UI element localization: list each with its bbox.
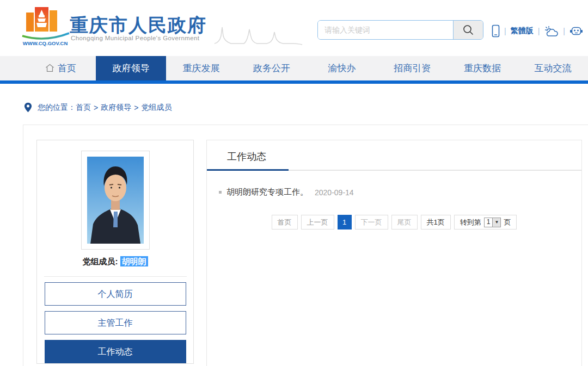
nav-item-chongqing-development[interactable]: 重庆发展 bbox=[166, 56, 236, 80]
chevron-down-icon[interactable]: ▼ bbox=[492, 218, 500, 227]
header-tools: | 繁體版 | | bbox=[492, 24, 583, 38]
page: 您好，请 登录│注册 WWW.CQ.GOV.CN 重庆市人民政府 C bbox=[0, 0, 588, 366]
breadcrumb-party-members[interactable]: 党组成员 bbox=[141, 103, 171, 113]
leader-portrait bbox=[87, 157, 144, 244]
sidebar-item-responsibilities[interactable]: 主管工作 bbox=[45, 311, 186, 334]
sidebar-divider bbox=[44, 276, 187, 277]
site-subtitle: Chongqing Municipal People's Government bbox=[71, 35, 199, 41]
site-logo-icon[interactable]: WWW.CQ.GOV.CN bbox=[18, 5, 74, 50]
skyline-decoration-icon bbox=[213, 21, 303, 47]
site-url: WWW.CQ.GOV.CN bbox=[23, 40, 68, 46]
search-bar bbox=[317, 20, 483, 40]
pagination-prev-button[interactable]: 上一页 bbox=[301, 215, 334, 229]
pagination-goto-group: 转到第 1 ▼ 页 bbox=[454, 215, 517, 229]
search-input[interactable] bbox=[318, 21, 453, 39]
pagination-last-button[interactable]: 尾页 bbox=[391, 215, 418, 229]
breadcrumb-separator: > bbox=[134, 103, 138, 112]
tools-divider: | bbox=[563, 27, 565, 35]
robot-assistant-icon[interactable] bbox=[569, 25, 583, 37]
goto-suffix-label: 页 bbox=[504, 215, 511, 229]
search-icon bbox=[462, 24, 474, 36]
leader-name-line: 党组成员: 胡明朗 bbox=[37, 257, 193, 267]
leader-name: 胡明朗 bbox=[120, 256, 148, 266]
location-pin-icon bbox=[24, 102, 32, 113]
breadcrumb: 您的位置： 首页 > 政府领导 > 党组成员 bbox=[24, 102, 171, 113]
pagination-first-button[interactable]: 首页 bbox=[272, 215, 298, 229]
nav-item-gov-affairs-disclosure[interactable]: 政务公开 bbox=[236, 56, 307, 80]
breadcrumb-home[interactable]: 首页 bbox=[76, 103, 91, 113]
sidebar-item-work-updates[interactable]: 工作动态 bbox=[45, 340, 186, 363]
panel-header: 工作动态 bbox=[207, 140, 581, 171]
nav-item-government-leaders[interactable]: 政府领导 bbox=[96, 56, 166, 80]
nav-item-home[interactable]: 首页 bbox=[26, 56, 96, 80]
search-button[interactable] bbox=[453, 21, 483, 39]
pagination: 首页 上一页 1 下一页 尾页 共1页 转到第 1 ▼ 页 bbox=[207, 215, 581, 229]
nav-item-chongqing-data[interactable]: 重庆数据 bbox=[448, 56, 518, 80]
article-date: 2020-09-14 bbox=[315, 188, 354, 197]
goto-page-value: 1 bbox=[485, 215, 493, 229]
panel-title: 工作动态 bbox=[227, 150, 266, 163]
panel-header-accent bbox=[207, 169, 289, 171]
bullet-icon bbox=[219, 191, 222, 194]
pagination-next-button[interactable]: 下一页 bbox=[355, 215, 388, 229]
work-updates-panel: 工作动态 胡明朗研究专项工作。 2020-09-14 首页 上一页 1 下一页 … bbox=[206, 140, 582, 366]
goto-page-select[interactable]: 1 ▼ bbox=[484, 218, 501, 227]
weather-icon[interactable] bbox=[544, 26, 559, 37]
tools-divider: | bbox=[504, 27, 506, 35]
pagination-current-page[interactable]: 1 bbox=[338, 215, 352, 229]
nav-item-interaction[interactable]: 互动交流 bbox=[518, 56, 588, 80]
nav-item-investment[interactable]: 招商引资 bbox=[377, 56, 448, 80]
home-icon bbox=[45, 64, 54, 72]
sidebar-item-resume[interactable]: 个人简历 bbox=[45, 282, 186, 306]
breadcrumb-prefix: 您的位置： bbox=[38, 103, 76, 113]
nav-item-yukuaiban[interactable]: 渝快办 bbox=[307, 56, 377, 80]
traditional-version-link[interactable]: 繁體版 bbox=[511, 26, 534, 36]
main-nav: 首页 政府领导 重庆发展 政务公开 渝快办 招商引资 重庆数据 互动交流 bbox=[0, 56, 588, 80]
content-wrapper: 党组成员: 胡明朗 个人简历 主管工作 工作动态 工作动态 胡明朗研究专项工作。… bbox=[23, 125, 588, 366]
site-header: WWW.CQ.GOV.CN 重庆市人民政府 Chongqing Municipa… bbox=[0, 0, 588, 56]
article-title[interactable]: 胡明朗研究专项工作。 bbox=[226, 187, 308, 197]
mobile-version-icon[interactable] bbox=[492, 24, 500, 38]
nav-accent-bar bbox=[0, 80, 588, 84]
tools-divider: | bbox=[538, 27, 540, 35]
article-row: 胡明朗研究专项工作。 2020-09-14 bbox=[219, 187, 581, 197]
goto-prefix-label: 转到第 bbox=[460, 215, 481, 229]
breadcrumb-separator: > bbox=[94, 103, 98, 112]
role-label: 党组成员: bbox=[82, 257, 118, 266]
leader-sidebar: 党组成员: 胡明朗 个人简历 主管工作 工作动态 bbox=[36, 140, 194, 364]
leader-photo-frame bbox=[81, 151, 150, 250]
pagination-total-pages: 共1页 bbox=[421, 215, 451, 229]
breadcrumb-government-leaders[interactable]: 政府领导 bbox=[101, 103, 131, 113]
